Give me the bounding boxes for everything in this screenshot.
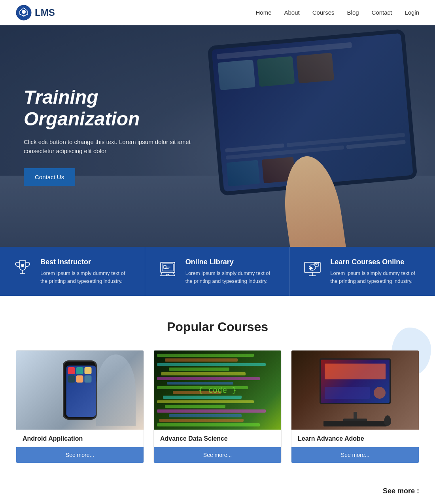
svg-rect-6 bbox=[304, 262, 320, 273]
popular-courses-title: Popular Courses bbox=[16, 320, 419, 334]
course-adobe-info: Learn Advance Adobe bbox=[291, 430, 419, 442]
feature-best-instructor-text: Best Instructor Lorem Ipsum is simply du… bbox=[40, 258, 133, 285]
logo-area[interactable]: LMS bbox=[16, 5, 55, 21]
feature-online-library-desc: Lorem Ipsum is simply dummy text of the … bbox=[185, 269, 278, 285]
header: LMS Home About Courses Blog Contact Logi… bbox=[0, 0, 435, 25]
bottom-area: See more : bbox=[0, 479, 435, 504]
feature-best-instructor: Best Instructor Lorem Ipsum is simply du… bbox=[0, 247, 145, 296]
course-adobe-see-more[interactable]: See more... bbox=[291, 447, 419, 463]
feature-online-library: Online Library Lorem Ipsum is simply dum… bbox=[145, 247, 290, 296]
course-android-info: Android Application bbox=[16, 430, 144, 442]
course-thumb-data bbox=[154, 351, 281, 430]
course-android-title: Android Application bbox=[23, 435, 137, 442]
library-icon bbox=[157, 258, 178, 279]
feature-online-library-title: Online Library bbox=[185, 258, 278, 266]
feature-best-instructor-title: Best Instructor bbox=[40, 258, 133, 266]
course-data-info: Advance Data Science bbox=[154, 430, 281, 442]
hero-section: Training Organization Click edit button … bbox=[0, 25, 435, 247]
monitor-icon bbox=[302, 258, 323, 279]
feature-learn-courses-title: Learn Courses Online bbox=[330, 258, 423, 266]
feature-learn-courses-text: Learn Courses Online Lorem Ipsum is simp… bbox=[330, 258, 423, 285]
hero-content: Training Organization Click edit button … bbox=[0, 86, 229, 186]
course-card-adobe: Learn Advance Adobe See more... bbox=[291, 350, 419, 463]
nav-blog[interactable]: Blog bbox=[347, 9, 359, 16]
main-nav: Home About Courses Blog Contact Login bbox=[255, 9, 419, 16]
logo-icon bbox=[16, 5, 32, 21]
course-data-see-more[interactable]: See more... bbox=[154, 447, 281, 463]
course-thumb-android bbox=[16, 351, 144, 430]
contact-us-button[interactable]: Contact Us bbox=[24, 168, 75, 186]
nav-about[interactable]: About bbox=[284, 9, 300, 16]
see-more-text: See more : bbox=[383, 487, 419, 495]
nav-contact[interactable]: Contact bbox=[372, 9, 392, 16]
course-thumb-adobe bbox=[291, 351, 419, 430]
nav-home[interactable]: Home bbox=[255, 9, 271, 16]
logo-text: LMS bbox=[35, 7, 55, 18]
feature-learn-courses: Learn Courses Online Lorem Ipsum is simp… bbox=[290, 247, 435, 296]
trophy-icon bbox=[12, 258, 33, 279]
courses-grid: Android Application See more... bbox=[16, 350, 419, 463]
course-adobe-title: Learn Advance Adobe bbox=[298, 435, 412, 442]
course-data-title: Advance Data Science bbox=[160, 435, 275, 442]
nav-login[interactable]: Login bbox=[405, 9, 419, 16]
feature-learn-courses-desc: Lorem Ipsum is simply dummy text of the … bbox=[330, 269, 423, 285]
feature-best-instructor-desc: Lorem Ipsum is simply dummy text of the … bbox=[40, 269, 133, 285]
features-bar: Best Instructor Lorem Ipsum is simply du… bbox=[0, 247, 435, 296]
course-card-android: Android Application See more... bbox=[16, 350, 144, 463]
nav-courses[interactable]: Courses bbox=[312, 9, 335, 16]
feature-online-library-text: Online Library Lorem Ipsum is simply dum… bbox=[185, 258, 278, 285]
hero-title: Training Organization bbox=[24, 86, 206, 130]
hero-subtitle: Click edit button to change this text. L… bbox=[24, 138, 206, 155]
course-card-data: Advance Data Science See more... bbox=[153, 350, 282, 463]
svg-point-1 bbox=[22, 10, 26, 14]
popular-courses-section: Popular Courses bbox=[0, 296, 435, 479]
course-android-see-more[interactable]: See more... bbox=[16, 447, 144, 463]
